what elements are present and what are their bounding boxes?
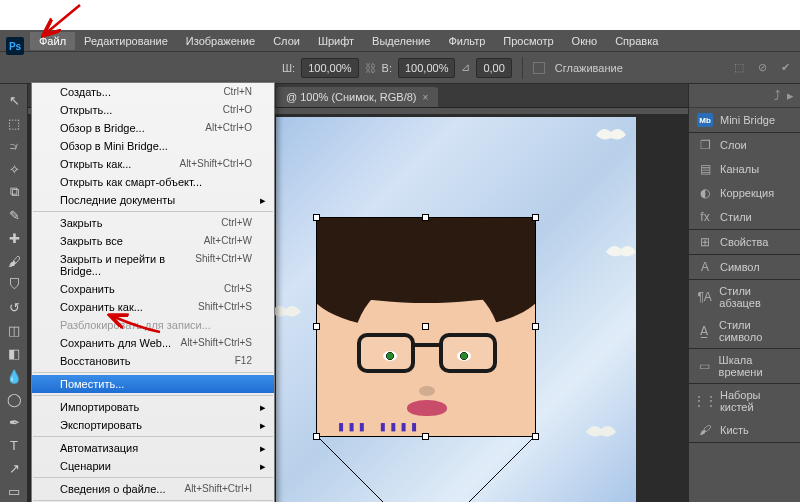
char-icon: A [697, 260, 713, 274]
props-icon: ⊞ [697, 235, 713, 249]
charstyles-icon: A̲ [697, 324, 712, 338]
menu-window[interactable]: Окно [563, 32, 607, 50]
panel-tab[interactable]: ◐Коррекция [689, 181, 800, 205]
canvas[interactable]: ▮▮▮ ▮▮▮▮ [276, 117, 636, 502]
tool-heal[interactable]: ✚ [2, 227, 26, 249]
options-bar: Ш: 100,00% ⛓ В: 100,00% ⊿ 0,00 Сглаживан… [0, 52, 800, 84]
timeline-icon: ▭ [697, 359, 712, 373]
tool-crop[interactable]: ⧉ [2, 181, 26, 203]
tool-eyedropper[interactable]: ✎ [2, 204, 26, 226]
tool-move[interactable]: ↖ [2, 89, 26, 111]
svg-line-2 [45, 5, 80, 34]
panel-tab[interactable]: 🖌Кисть [689, 418, 800, 442]
document-tab-title: @ 100% (Снимок, RGB/8) [286, 91, 417, 103]
file-menu-dropdown: Создать...Ctrl+NОткрыть...Ctrl+OОбзор в … [31, 82, 275, 502]
panel-tab[interactable]: ▤Каналы [689, 157, 800, 181]
menu-item[interactable]: Автоматизация▸ [32, 439, 274, 457]
menu-layer[interactable]: Слои [264, 32, 309, 50]
menu-item[interactable]: Закрыть всеAlt+Ctrl+W [32, 232, 274, 250]
Mb: Mb [697, 113, 713, 127]
width-field[interactable]: 100,00% [301, 58, 358, 78]
panel-tab[interactable]: ⋮⋮Наборы кистей [689, 384, 800, 418]
tool-box: ↖ ⬚ ⟉ ✧ ⧉ ✎ ✚ 🖌 ⛉ ↺ ◫ ◧ 💧 ◯ ✒ T ↗ ▭ [0, 84, 28, 502]
menu-item[interactable]: СохранитьCtrl+S [32, 280, 274, 298]
tool-lasso[interactable]: ⟉ [2, 135, 26, 157]
menu-item[interactable]: ЗакрытьCtrl+W [32, 214, 274, 232]
menu-item[interactable]: ВосстановитьF12 [32, 352, 274, 370]
menu-type[interactable]: Шрифт [309, 32, 363, 50]
document-tab[interactable]: @ 100% (Снимок, RGB/8) × [276, 87, 438, 107]
panel-dock: ⤴ ▸ MbMini Bridge❐Слои▤Каналы◐Коррекцияf… [688, 84, 800, 502]
menu-item[interactable]: Открыть как смарт-объект... [32, 173, 274, 191]
csfpanel-icon[interactable]: ⬚ [734, 61, 744, 74]
panel-tab[interactable]: ¶AСтили абзацев [689, 280, 800, 314]
layers-icon: ❐ [697, 138, 713, 152]
menu-item[interactable]: Обзор в Bridge...Alt+Ctrl+O [32, 119, 274, 137]
close-tab-icon[interactable]: × [423, 92, 429, 103]
tool-type[interactable]: T [2, 434, 26, 456]
menu-item[interactable]: Обзор в Mini Bridge... [32, 137, 274, 155]
tool-pen[interactable]: ✒ [2, 411, 26, 433]
menu-item[interactable]: Сценарии▸ [32, 457, 274, 475]
menu-select[interactable]: Выделение [363, 32, 439, 50]
menu-item[interactable]: Открыть как...Alt+Shift+Ctrl+O [32, 155, 274, 173]
menu-item[interactable]: Открыть...Ctrl+O [32, 101, 274, 119]
antialias-label: Сглаживание [555, 62, 623, 74]
panel-tab[interactable]: ▭Шкала времени [689, 349, 800, 383]
tool-wand[interactable]: ✧ [2, 158, 26, 180]
adjust-icon: ◐ [697, 186, 713, 200]
tool-shape[interactable]: ▭ [2, 480, 26, 502]
share-icon[interactable]: ⤴ [774, 88, 781, 103]
brush-icon: 🖌 [697, 423, 713, 437]
menu-bar: Файл Редактирование Изображение Слои Шри… [0, 30, 800, 52]
menu-item[interactable]: Сведения о файле...Alt+Shift+Ctrl+I [32, 480, 274, 498]
menu-filter[interactable]: Фильтр [439, 32, 494, 50]
panel-tab[interactable]: ⊞Свойства [689, 230, 800, 254]
menu-view[interactable]: Просмотр [494, 32, 562, 50]
brushpresets-icon: ⋮⋮ [697, 394, 713, 408]
height-label: В: [382, 62, 392, 74]
tool-blur[interactable]: 💧 [2, 365, 26, 387]
panel-tab[interactable]: A̲Стили символо [689, 314, 800, 348]
height-field[interactable]: 100,00% [398, 58, 455, 78]
tool-history-brush[interactable]: ↺ [2, 296, 26, 318]
menu-item[interactable]: Экспортировать▸ [32, 416, 274, 434]
menu-item[interactable]: Создать...Ctrl+N [32, 83, 274, 101]
placed-transform-box[interactable]: ▮▮▮ ▮▮▮▮ [316, 217, 536, 437]
panel-tab[interactable]: AСимвол [689, 255, 800, 279]
tool-gradient[interactable]: ◧ [2, 342, 26, 364]
panel-tab[interactable]: ❐Слои [689, 133, 800, 157]
menu-help[interactable]: Справка [606, 32, 667, 50]
menu-item[interactable]: Последние документы▸ [32, 191, 274, 209]
styles-icon: fx [697, 210, 713, 224]
panel-tab[interactable]: MbMini Bridge [689, 108, 800, 132]
tool-eraser[interactable]: ◫ [2, 319, 26, 341]
image-caption: ▮▮▮ ▮▮▮▮ [337, 418, 535, 436]
antialias-checkbox[interactable] [533, 62, 545, 74]
panel-tab[interactable]: fxСтили [689, 205, 800, 229]
tool-marquee[interactable]: ⬚ [2, 112, 26, 134]
menu-edit[interactable]: Редактирование [75, 32, 177, 50]
commit-icon[interactable]: ✔ [781, 61, 790, 74]
menu-item[interactable]: Импортировать▸ [32, 398, 274, 416]
collapse-panels-icon[interactable]: ▸ [787, 88, 794, 103]
menu-item[interactable]: Поместить... [32, 375, 274, 393]
tool-brush[interactable]: 🖌 [2, 250, 26, 272]
menu-item[interactable]: Закрыть и перейти в Bridge...Shift+Ctrl+… [32, 250, 274, 280]
app-logo: Ps [6, 37, 24, 55]
tool-dodge[interactable]: ◯ [2, 388, 26, 410]
channels-icon: ▤ [697, 162, 713, 176]
tool-path[interactable]: ↗ [2, 457, 26, 479]
tool-stamp[interactable]: ⛉ [2, 273, 26, 295]
width-label: Ш: [282, 62, 295, 74]
menu-image[interactable]: Изображение [177, 32, 264, 50]
parastyles-icon: ¶A [697, 290, 712, 304]
cancel-icon[interactable]: ⊘ [758, 61, 767, 74]
angle-field[interactable]: 0,00 [476, 58, 511, 78]
